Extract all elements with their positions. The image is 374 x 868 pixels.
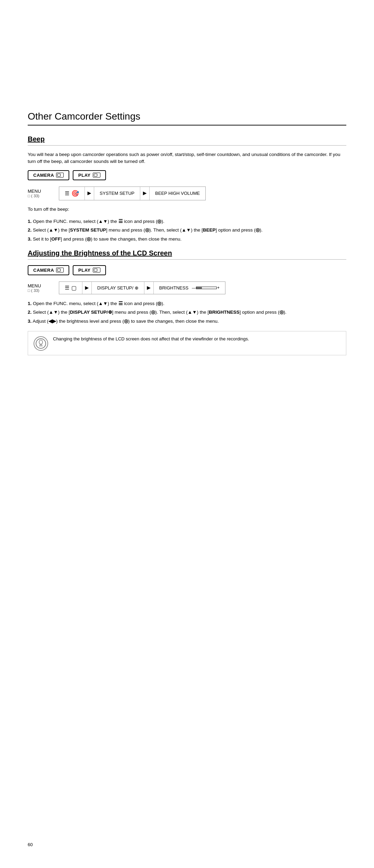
beep-menu-icon-1: ☰ [65,190,69,197]
section-title: Other Camcorder Settings [28,111,346,125]
note-icon [34,336,48,351]
brightness-play-icon [93,268,100,272]
note-text: Changing the brightness of the LCD scree… [53,336,249,342]
note-pencil-icon [35,338,46,349]
beep-step-1: 1. Open the FUNC. menu, select (▲▼) the … [28,218,346,225]
beep-intro-text: You will hear a beep upon camcorder oper… [28,151,346,165]
beep-steps-list: 1. Open the FUNC. menu, select (▲▼) the … [28,218,346,243]
brightness-steps-list: 1. Open the FUNC. menu, select (▲▼) the … [28,300,346,325]
brightness-menu-ref-icon: □ [28,288,30,293]
page-number: 60 [28,842,33,847]
beep-menu-flow-box: ☰ 🎯 ► SYSTEM SETUP ► BEEP HIGH VOLUME [59,186,206,200]
brightness-badge-row: CAMERA PLAY [28,265,346,275]
beep-menu-cell-3: BEEP HIGH VOLUME [150,187,205,200]
beep-camera-icon [56,173,64,177]
beep-menu-label: MENU □ ( 33) [28,189,55,198]
beep-arrow-2: ► [140,187,150,200]
brightness-menu-cell-3: BRIGHTNESS — + [154,282,225,294]
brightness-menu-ref: □ ( 33) [28,288,55,293]
svg-point-1 [39,340,43,344]
brightness-menu-label: MENU □ ( 33) [28,283,55,293]
beep-title: Beep [28,135,346,146]
beep-menu-ref-icon: □ [28,194,30,198]
brightness-bar-visual: — + [192,285,220,290]
beep-menu-row: MENU □ ( 33) ☰ 🎯 ► SYSTEM SETUP ► BEEP H… [28,186,346,200]
brightness-menu-icon-1: ☰ [65,285,69,291]
beep-camera-badge: CAMERA [28,170,69,180]
beep-menu-cell-1: ☰ 🎯 [59,187,85,200]
brightness-arrow-1: ► [82,282,92,294]
beep-menu-icon-2: 🎯 [71,190,79,197]
beep-menu-cell-2: SYSTEM SETUP [94,187,140,200]
beep-play-label: PLAY [78,173,90,178]
beep-play-icon [93,173,100,177]
beep-arrow-1: ► [85,187,94,200]
brightness-menu-cell-2: DISPLAY SETUP/ ⊕ [92,282,144,294]
brightness-display-setup-label: DISPLAY SETUP/ ⊕ [97,285,139,290]
beep-menu-ref: □ ( 33) [28,194,55,198]
beep-step-2: 2. Select (▲▼) the [SYSTEM SETUP] menu a… [28,226,346,234]
brightness-step-1: 1. Open the FUNC. menu, select (▲▼) the … [28,300,346,307]
brightness-step-3: 3. Adjust (◀▶) the brightness level and … [28,318,346,325]
beep-camera-label: CAMERA [33,173,54,178]
brightness-arrow-2: ► [144,282,154,294]
beep-high-volume-label: BEEP HIGH VOLUME [155,191,200,196]
brightness-play-badge: PLAY [73,265,106,275]
brightness-step-2: 2. Select (▲▼) the [DISPLAY SETUP/⊕] men… [28,309,346,316]
brightness-menu-icon-2: ▢ [71,285,77,291]
brightness-menu-flow-box: ☰ ▢ ► DISPLAY SETUP/ ⊕ ► BRIGHTNESS — + [59,281,225,294]
brightness-title: Adjusting the Brightness of the LCD Scre… [28,249,346,260]
brightness-play-label: PLAY [78,268,90,273]
brightness-menu-row: MENU □ ( 33) ☰ ▢ ► DISPLAY SETUP/ ⊕ ► BR… [28,281,346,294]
beep-step-3: 3. Set it to [OFF] and press (◎) to save… [28,235,346,243]
brightness-menu-word: MENU [28,283,55,288]
brightness-camera-label: CAMERA [33,268,54,273]
brightness-menu-cell-1: ☰ ▢ [59,282,82,294]
brightness-camera-badge: CAMERA [28,265,69,275]
beep-play-badge: PLAY [73,170,106,180]
brightness-camera-icon [56,268,64,272]
beep-turn-off-intro: To turn off the beep: [28,206,346,213]
note-box: Changing the brightness of the LCD scree… [28,331,346,355]
beep-menu-word: MENU [28,189,55,194]
beep-system-setup-label: SYSTEM SETUP [100,191,134,196]
beep-badge-row: CAMERA PLAY [28,170,346,180]
brightness-level-label: BRIGHTNESS [159,285,189,290]
